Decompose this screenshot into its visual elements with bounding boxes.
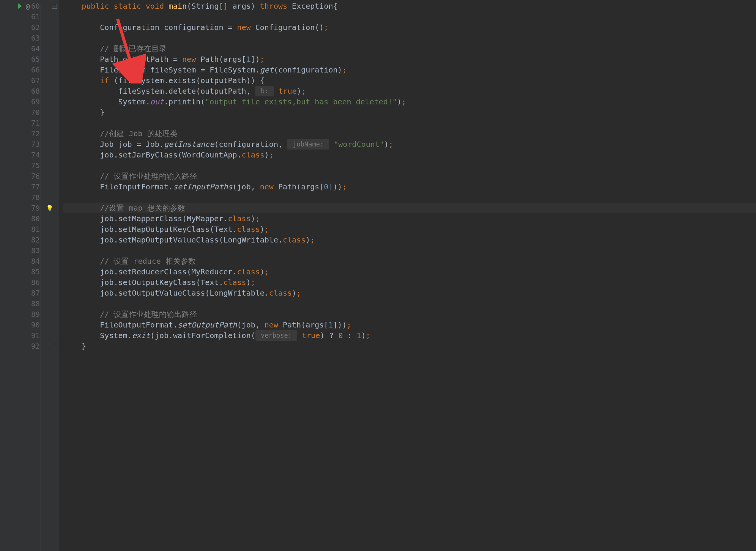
indent (63, 330, 100, 341)
gutter-line-66[interactable]: 66 (0, 65, 59, 75)
code-line-88[interactable] (63, 298, 756, 309)
code-line-91[interactable]: System.exit(job.waitForCompletion( verbo… (63, 330, 756, 341)
token-plain: (configuration, (214, 139, 287, 150)
gutter-line-67[interactable]: 67 (0, 75, 59, 86)
gutter-line-91[interactable]: 91 (0, 330, 59, 341)
token-plain: fileSystem.delete(outputPath, (118, 86, 255, 96)
gutter-line-90[interactable]: 90 (0, 320, 59, 330)
indent (63, 1, 82, 11)
intention-bulb-icon[interactable]: 💡 (46, 205, 54, 212)
gutter-line-92[interactable]: 92 (0, 341, 59, 351)
gutter-line-82[interactable]: 82 (0, 235, 59, 245)
token-plain (329, 139, 334, 150)
gutter-line-63[interactable]: 63 (0, 33, 59, 43)
code-line-61[interactable] (63, 11, 756, 22)
line-number: 72 (31, 129, 40, 138)
code-line-82[interactable]: job.setMapOutputValueClass(LongWritable.… (63, 235, 756, 245)
token-num: 1 (246, 54, 251, 65)
override-icon[interactable]: @ (26, 2, 30, 10)
gutter-line-72[interactable]: 72 (0, 128, 59, 139)
gutter-line-70[interactable]: 70 (0, 107, 59, 118)
code-editor[interactable]: 60@−616263646566676869707172737475767778… (0, 0, 756, 551)
code-line-66[interactable]: FileSystem fileSystem = FileSystem.get(c… (63, 65, 756, 75)
token-plain (274, 86, 279, 96)
gutter-line-76[interactable]: 76 (0, 171, 59, 181)
line-number: 61 (31, 13, 40, 21)
gutter-line-83[interactable]: 83 (0, 245, 59, 256)
code-line-90[interactable]: FileOutputFormat.setOutputPath(job, new … (63, 320, 756, 330)
token-class-kw: class (242, 150, 265, 160)
line-number: 74 (31, 151, 40, 159)
gutter-line-85[interactable]: 85 (0, 266, 59, 277)
code-line-73[interactable]: Job job = Job.getInstance(configuration,… (63, 139, 756, 150)
gutter-line-80[interactable]: 80 (0, 213, 59, 224)
code-area[interactable]: public static void main(String[] args) t… (59, 0, 756, 551)
token-plain: .println( (164, 96, 205, 107)
line-number: 89 (31, 310, 40, 318)
token-plain: job.setOutputKeyClass(Text. (100, 277, 223, 288)
gutter-line-65[interactable]: 65 (0, 54, 59, 65)
code-line-71[interactable] (63, 118, 756, 128)
code-line-85[interactable]: job.setReducerClass(MyReducer.class); (63, 266, 756, 277)
token-hint: b: (255, 86, 274, 96)
code-line-84[interactable]: // 设置 reduce 相关参数 (63, 256, 756, 266)
gutter-line-87[interactable]: 87 (0, 288, 59, 298)
token-plain: (job.waitForCompletion( (150, 330, 255, 341)
gutter-line-61[interactable]: 61 (0, 11, 59, 22)
gutter-line-71[interactable]: 71 (0, 118, 59, 128)
code-line-75[interactable] (63, 160, 756, 171)
code-line-64[interactable]: // 删除已存在目录 (63, 43, 756, 54)
code-line-76[interactable]: // 设置作业处理的输入路径 (63, 171, 756, 181)
code-line-70[interactable]: } (63, 107, 756, 118)
gutter-line-64[interactable]: 64 (0, 43, 59, 54)
token-kw: throws (260, 1, 287, 11)
gutter-line-78[interactable]: 78 (0, 192, 59, 203)
code-line-77[interactable]: FileInputFormat.setInputPaths(job, new P… (63, 181, 756, 192)
code-line-65[interactable]: Path outputPath = new Path(args[1]); (63, 54, 756, 65)
token-plain: Path(args[ (274, 181, 324, 192)
code-line-80[interactable]: job.setMapperClass(MyMapper.class); (63, 213, 756, 224)
token-kw: void (146, 1, 164, 11)
gutter-line-60[interactable]: 60@− (0, 1, 59, 11)
code-line-69[interactable]: System.out.println("output file exists,b… (63, 96, 756, 107)
code-line-62[interactable]: Configuration configuration = new Config… (63, 22, 756, 33)
token-comment: //设置 map 想关的参数 (100, 203, 185, 213)
code-line-72[interactable]: //创建 Job 的处理类 (63, 128, 756, 139)
gutter-line-73[interactable]: 73 (0, 139, 59, 150)
run-icon[interactable] (18, 3, 22, 9)
token-semicolon: ; (265, 266, 269, 277)
gutter-line-62[interactable]: 62 (0, 22, 59, 33)
token-plain: Job job = Job. (100, 139, 164, 150)
code-line-67[interactable]: if (fileSystem.exists(outputPath)) { (63, 75, 756, 86)
gutter-line-84[interactable]: 84 (0, 256, 59, 266)
gutter-line-88[interactable]: 88 (0, 298, 59, 309)
fold-end-icon[interactable] (54, 344, 57, 344)
code-line-78[interactable] (63, 192, 756, 203)
gutter-line-79[interactable]: 79💡 (0, 203, 59, 213)
code-line-89[interactable]: // 设置作业处理的输出路径 (63, 309, 756, 320)
gutter-line-68[interactable]: 68 (0, 86, 59, 96)
gutter-line-74[interactable]: 74 (0, 150, 59, 160)
code-line-68[interactable]: fileSystem.delete(outputPath, b: true); (63, 86, 756, 96)
token-static-call: setOutputPath (178, 320, 237, 330)
token-class-kw: class (223, 277, 246, 288)
code-line-92[interactable]: } (63, 341, 756, 351)
token-hint: verbose: (255, 330, 297, 341)
code-line-86[interactable]: job.setOutputKeyClass(Text.class); (63, 277, 756, 288)
code-line-74[interactable]: job.setJarByClass(WordCountApp.class); (63, 150, 756, 160)
gutter-line-86[interactable]: 86 (0, 277, 59, 288)
token-semicolon: ; (366, 330, 370, 341)
gutter-line-69[interactable]: 69 (0, 96, 59, 107)
gutter-line-77[interactable]: 77 (0, 181, 59, 192)
fold-collapse-icon[interactable]: − (52, 4, 57, 9)
token-kw: new (260, 181, 274, 192)
code-line-63[interactable] (63, 33, 756, 43)
gutter-line-89[interactable]: 89 (0, 309, 59, 320)
code-line-60[interactable]: public static void main(String[] args) t… (63, 1, 756, 11)
gutter-line-81[interactable]: 81 (0, 224, 59, 235)
code-line-81[interactable]: job.setMapOutputKeyClass(Text.class); (63, 224, 756, 235)
code-line-83[interactable] (63, 245, 756, 256)
code-line-87[interactable]: job.setOutputValueClass(LongWritable.cla… (63, 288, 756, 298)
code-line-79[interactable]: //设置 map 想关的参数 (63, 203, 756, 213)
gutter-line-75[interactable]: 75 (0, 160, 59, 171)
